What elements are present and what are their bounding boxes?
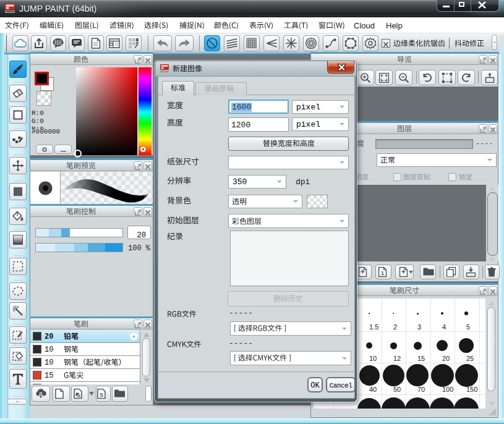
svg-text:1: 1 <box>381 270 384 276</box>
svg-text:S: S <box>100 392 103 398</box>
